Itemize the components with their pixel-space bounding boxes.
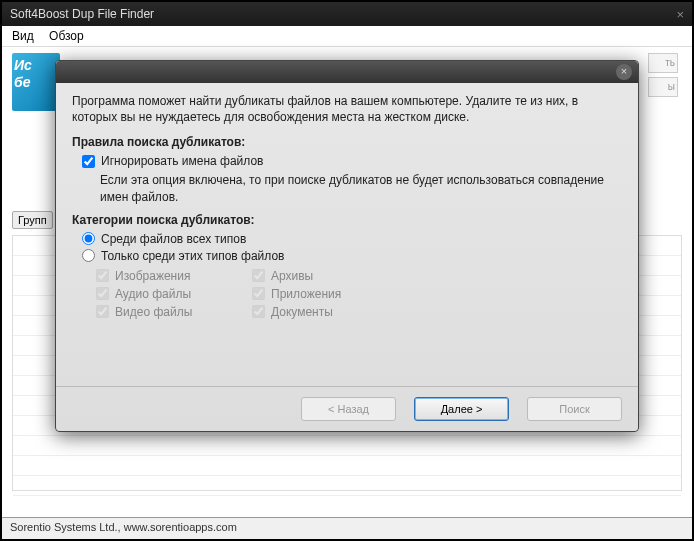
intro-text: Программа поможет найти дубликаты файлов… — [72, 93, 622, 125]
radio-only-types[interactable]: Только среди этих типов файлов — [82, 249, 622, 263]
search-button: Поиск — [527, 397, 622, 421]
ft-images-label: Изображения — [115, 269, 190, 283]
ft-images: Изображения — [96, 269, 236, 283]
radio-only-input[interactable] — [82, 249, 95, 262]
group-button[interactable]: Групп — [12, 211, 53, 229]
dialog-button-row: < Назад Далее > Поиск — [56, 386, 638, 431]
ft-docs-label: Документы — [271, 305, 333, 319]
close-icon[interactable]: × — [676, 7, 684, 22]
ft-apps: Приложения — [252, 287, 392, 301]
ft-audio: Аудио файлы — [96, 287, 236, 301]
back-button: < Назад — [301, 397, 396, 421]
ft-video-cb — [96, 305, 109, 318]
ft-audio-cb — [96, 287, 109, 300]
menu-browse[interactable]: Обзор — [49, 29, 84, 43]
table-row — [13, 476, 681, 496]
group-row: Групп — [12, 211, 53, 229]
ft-apps-label: Приложения — [271, 287, 341, 301]
ignore-names-checkbox[interactable]: Игнорировать имена файлов — [82, 154, 622, 168]
ignore-names-hint: Если эта опция включена, то при поиске д… — [100, 172, 622, 204]
app-title: Soft4Boost Dup File Finder — [10, 7, 154, 21]
radio-all-types[interactable]: Среди файлов всех типов — [82, 232, 622, 246]
rules-heading: Правила поиска дубликатов: — [72, 135, 622, 149]
ft-video-label: Видео файлы — [115, 305, 192, 319]
statusbar: Sorentio Systems Ltd., www.sorentioapps.… — [2, 517, 692, 539]
menu-view[interactable]: Вид — [12, 29, 34, 43]
banner-text-1: Ис — [14, 57, 58, 74]
dialog-titlebar: × — [56, 61, 638, 83]
side-toolbar: ть ы — [648, 53, 678, 97]
menubar: Вид Обзор — [2, 26, 692, 47]
banner-text-2: бе — [14, 74, 58, 91]
wizard-dialog: × Программа поможет найти дубликаты файл… — [55, 60, 639, 432]
titlebar: Soft4Boost Dup File Finder × — [2, 2, 692, 26]
ignore-names-input[interactable] — [82, 155, 95, 168]
table-row — [13, 436, 681, 456]
side-btn-2[interactable]: ы — [648, 77, 678, 97]
ft-video: Видео файлы — [96, 305, 236, 319]
banner: Ис бе — [12, 53, 60, 111]
ft-archives: Архивы — [252, 269, 392, 283]
ft-archives-cb — [252, 269, 265, 282]
dialog-body: Программа поможет найти дубликаты файлов… — [56, 83, 638, 386]
ignore-names-label: Игнорировать имена файлов — [101, 154, 263, 168]
ft-archives-label: Архивы — [271, 269, 313, 283]
ft-docs: Документы — [252, 305, 392, 319]
ft-docs-cb — [252, 305, 265, 318]
radio-all-input[interactable] — [82, 232, 95, 245]
dialog-close-icon[interactable]: × — [616, 64, 632, 80]
ft-apps-cb — [252, 287, 265, 300]
next-button[interactable]: Далее > — [414, 397, 509, 421]
ft-audio-label: Аудио файлы — [115, 287, 191, 301]
side-btn-1[interactable]: ть — [648, 53, 678, 73]
radio-all-label: Среди файлов всех типов — [101, 232, 246, 246]
radio-only-label: Только среди этих типов файлов — [101, 249, 284, 263]
table-row — [13, 456, 681, 476]
ft-images-cb — [96, 269, 109, 282]
categories-heading: Категории поиска дубликатов: — [72, 213, 622, 227]
filetype-grid: Изображения Архивы Аудио файлы Приложени… — [96, 269, 622, 319]
